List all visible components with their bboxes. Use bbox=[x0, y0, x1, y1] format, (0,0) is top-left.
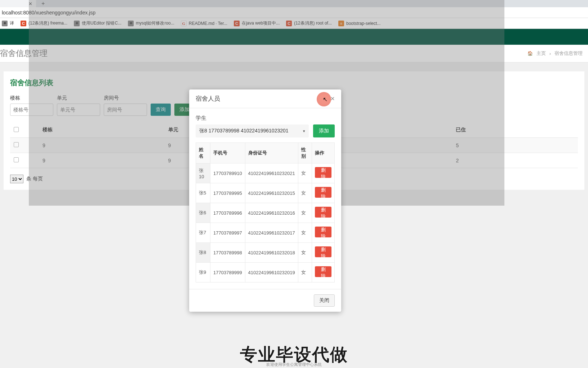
unit-label: 单元 bbox=[57, 95, 100, 101]
new-tab-button[interactable]: + bbox=[41, 0, 45, 7]
bookmark-icon: ≡ bbox=[338, 21, 344, 26]
cell-idcard: 410224199610232017 bbox=[245, 223, 298, 243]
cell-gender: 女 bbox=[298, 203, 312, 223]
bookmark-item[interactable]: ✦使用UEditor 报错C... bbox=[74, 20, 121, 26]
bookmark-label: 译 bbox=[10, 20, 14, 26]
bookmarks-bar: ✦译C(12条消息) freema...✦使用UEditor 报错C...✦my… bbox=[0, 18, 588, 29]
url-text[interactable]: localhost:8080/xueshenggongyu/index.jsp bbox=[2, 10, 95, 16]
bookmark-item[interactable]: ✦mysql如何修改roo... bbox=[128, 20, 174, 26]
cell-idcard: 410224199610232018 bbox=[245, 243, 298, 263]
select-all-checkbox[interactable] bbox=[14, 127, 19, 132]
cell-idcard: 410224199610232019 bbox=[245, 263, 298, 282]
delete-button[interactable]: 删除 bbox=[315, 246, 331, 257]
delete-button[interactable]: 删除 bbox=[315, 187, 331, 198]
delete-button[interactable]: 删除 bbox=[315, 167, 331, 178]
cell-phone: 17703789910 bbox=[210, 163, 245, 183]
bookmark-item[interactable]: ≡bootstrap-select... bbox=[338, 21, 380, 26]
modal-add-button[interactable]: 添加 bbox=[313, 124, 335, 137]
modal-title: 宿舍人员 bbox=[196, 95, 220, 103]
close-icon[interactable]: × bbox=[330, 95, 335, 103]
delete-button[interactable]: 删除 bbox=[315, 266, 331, 277]
nav-bar bbox=[0, 29, 588, 45]
cell-occupied: 2 bbox=[452, 153, 578, 168]
member-row: 张7 17703789997 410224199610232017 女 删除 bbox=[196, 223, 335, 243]
student-label: 学生 bbox=[196, 115, 335, 122]
breadcrumb: 🏠 主页 › 宿舍信息管理 bbox=[527, 50, 583, 57]
bookmark-label: (12条消息) freema... bbox=[28, 20, 67, 26]
bookmark-icon: C bbox=[21, 21, 26, 26]
row-checkbox[interactable] bbox=[14, 157, 19, 162]
home-icon: 🏠 bbox=[527, 51, 533, 56]
cell-phone: 17703789995 bbox=[210, 183, 245, 203]
building-label: 楼栋 bbox=[10, 95, 53, 101]
cursor-icon: ↖ bbox=[323, 96, 328, 103]
bookmark-item[interactable]: GREADME.md · Ter... bbox=[181, 21, 227, 26]
modal-table-header: 姓名 bbox=[196, 143, 210, 163]
cell-gender: 女 bbox=[298, 263, 312, 282]
cell-building: 9 bbox=[39, 153, 165, 168]
cell-idcard: 410224199610232015 bbox=[245, 183, 298, 203]
bookmark-label: 使用UEditor 报错C... bbox=[82, 20, 121, 26]
modal-table-header: 性别 bbox=[298, 143, 312, 163]
cell-building: 9 bbox=[39, 138, 165, 153]
delete-button[interactable]: 删除 bbox=[315, 207, 331, 218]
bookmark-icon: C bbox=[234, 21, 240, 26]
room-input[interactable] bbox=[104, 104, 147, 116]
breadcrumb-separator: › bbox=[549, 51, 551, 56]
cell-gender: 女 bbox=[298, 183, 312, 203]
bookmark-item[interactable]: ✦译 bbox=[2, 20, 14, 26]
panel-title: 宿舍信息列表 bbox=[10, 78, 578, 88]
cell-name: 张7 bbox=[196, 223, 210, 243]
bookmark-icon: G bbox=[181, 21, 187, 26]
bookmark-icon: ✦ bbox=[74, 21, 80, 26]
cell-gender: 女 bbox=[298, 163, 312, 183]
building-input[interactable] bbox=[10, 104, 53, 116]
cell-name: 张10 bbox=[196, 163, 210, 183]
modal-header: 宿舍人员 ↖ × bbox=[189, 89, 341, 108]
table-header: 楼栋 bbox=[39, 122, 165, 138]
member-row: 张9 17703789999 410224199610232019 女 删除 bbox=[196, 263, 335, 282]
close-icon[interactable]: ✕ bbox=[28, 1, 32, 6]
dropdown-value: 张8 17703789998 41022419961023201 bbox=[199, 128, 289, 134]
modal-table-header: 手机号 bbox=[210, 143, 245, 163]
page-header: 宿舍信息管理 🏠 主页 › 宿舍信息管理 bbox=[0, 45, 588, 62]
address-bar: localhost:8080/xueshenggongyu/index.jsp bbox=[0, 7, 588, 18]
bookmark-item[interactable]: C(12条消息) root of... bbox=[286, 20, 332, 26]
cell-gender: 女 bbox=[298, 243, 312, 263]
row-checkbox[interactable] bbox=[14, 142, 19, 147]
members-table: 姓名手机号身份证号性别操作 张10 17703789910 4102241996… bbox=[196, 143, 335, 282]
bookmark-label: bootstrap-select... bbox=[346, 21, 380, 26]
bookmark-item[interactable]: C在java web项目中... bbox=[234, 20, 280, 26]
bookmark-item[interactable]: C(12条消息) freema... bbox=[21, 20, 67, 26]
watermark-text: 专业毕设代做 bbox=[240, 343, 348, 366]
cell-name: 张6 bbox=[196, 203, 210, 223]
member-row: 张10 17703789910 410224199610232021 女 删除 bbox=[196, 163, 335, 183]
modal-footer: 关闭 bbox=[189, 289, 341, 312]
browser-tabs: ✕ + bbox=[0, 0, 588, 7]
cell-gender: 女 bbox=[298, 223, 312, 243]
pager-text: 条 每页 bbox=[26, 176, 43, 182]
bookmark-label: mysql如何修改roo... bbox=[136, 20, 174, 26]
dorm-members-modal: 宿舍人员 ↖ × 学生 张8 17703789998 4102241996102… bbox=[189, 89, 341, 312]
cell-phone: 17703789998 bbox=[210, 243, 245, 263]
query-button[interactable]: 查询 bbox=[151, 104, 171, 116]
browser-tab[interactable]: ✕ bbox=[0, 0, 36, 7]
breadcrumb-home[interactable]: 主页 bbox=[536, 50, 546, 57]
modal-close-button[interactable]: 关闭 bbox=[314, 294, 335, 307]
bookmark-label: 在java web项目中... bbox=[242, 20, 280, 26]
delete-button[interactable]: 删除 bbox=[315, 227, 331, 237]
bookmark-icon: C bbox=[286, 21, 292, 26]
student-dropdown[interactable]: 张8 17703789998 41022419961023201 bbox=[196, 124, 309, 137]
bookmark-icon: ✦ bbox=[2, 21, 8, 26]
cell-phone: 17703789997 bbox=[210, 223, 245, 243]
cell-phone: 17703789999 bbox=[210, 263, 245, 282]
page-size-select[interactable]: 10 bbox=[10, 175, 23, 183]
room-label: 房间号 bbox=[104, 95, 147, 101]
cell-name: 张8 bbox=[196, 243, 210, 263]
cell-phone: 17703789996 bbox=[210, 203, 245, 223]
cell-idcard: 410224199610232021 bbox=[245, 163, 298, 183]
unit-input[interactable] bbox=[57, 104, 100, 116]
cell-name: 张9 bbox=[196, 263, 210, 282]
cell-occupied: 5 bbox=[452, 138, 578, 153]
page-title: 宿舍信息管理 bbox=[0, 48, 48, 59]
